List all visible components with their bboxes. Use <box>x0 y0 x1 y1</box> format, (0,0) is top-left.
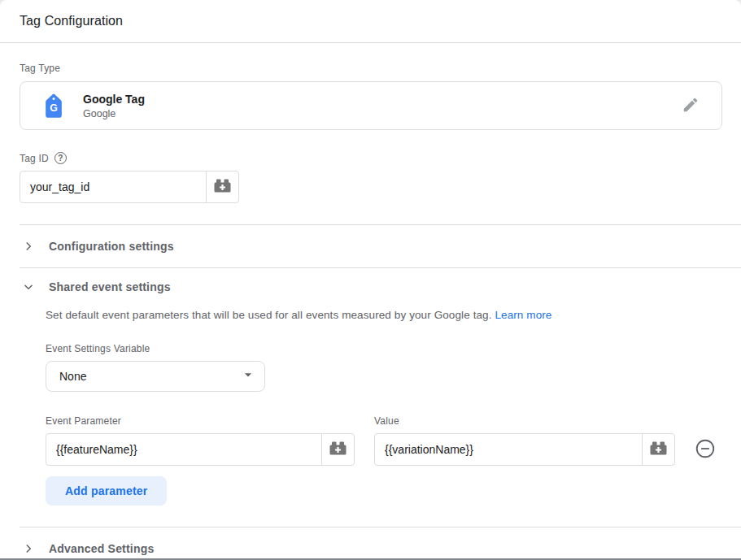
tag-id-label-row: Tag ID ? <box>20 152 721 164</box>
value-input-group <box>374 433 675 466</box>
variable-lego-icon <box>329 441 347 458</box>
chevron-down-icon <box>23 281 34 293</box>
shared-event-settings-content: Set default event parameters that will b… <box>0 309 741 506</box>
tag-icon-letter: G <box>50 102 58 114</box>
dropdown-selected-value: None <box>59 370 240 383</box>
event-settings-variable-label: Event Settings Variable <box>46 343 741 354</box>
chevron-right-icon <box>23 241 34 252</box>
tag-type-card[interactable]: G Google Tag Google <box>20 81 722 130</box>
value-input[interactable] <box>375 434 642 465</box>
tag-type-name: Google Tag <box>83 93 145 106</box>
tag-type-label: Tag Type <box>20 63 721 74</box>
parameter-variable-picker-button[interactable] <box>321 434 354 465</box>
expander-configuration-settings[interactable]: Configuration settings <box>0 225 741 267</box>
minus-circle-icon <box>695 438 716 462</box>
panel-header: Tag Configuration <box>0 0 741 43</box>
event-settings-variable-dropdown[interactable]: None <box>46 361 265 392</box>
parameter-row <box>46 433 741 466</box>
tag-id-label: Tag ID <box>20 153 49 164</box>
event-parameter-input[interactable] <box>46 434 321 465</box>
learn-more-link[interactable]: Learn more <box>495 309 551 321</box>
tag-id-variable-picker-button[interactable] <box>206 171 238 202</box>
expander-label: Configuration settings <box>49 240 174 253</box>
parameter-column-labels: Event Parameter Value <box>46 415 741 427</box>
tag-type-vendor: Google <box>83 108 145 119</box>
expander-shared-event-settings[interactable]: Shared event settings <box>0 268 741 306</box>
value-label: Value <box>374 415 399 427</box>
value-variable-picker-button[interactable] <box>642 434 674 465</box>
tag-id-input-group <box>20 171 239 203</box>
variable-lego-icon <box>650 441 667 458</box>
expander-label: Shared event settings <box>49 280 171 293</box>
tag-id-input[interactable] <box>20 171 206 202</box>
shared-settings-description: Set default event parameters that will b… <box>46 309 741 321</box>
edit-tag-type-button[interactable] <box>676 91 705 120</box>
event-parameter-input-group <box>46 433 355 466</box>
variable-lego-icon <box>214 179 231 195</box>
remove-parameter-button[interactable] <box>695 439 716 460</box>
chevron-right-icon <box>23 543 34 554</box>
tag-configuration-panel: Tag Configuration Tag Type G Google Tag … <box>0 0 741 560</box>
google-tag-icon: G <box>40 92 68 119</box>
event-parameter-label: Event Parameter <box>46 415 374 427</box>
help-icon[interactable]: ? <box>54 152 67 164</box>
add-parameter-button[interactable]: Add parameter <box>46 476 167 506</box>
dropdown-arrow-icon <box>240 367 256 386</box>
page-title: Tag Configuration <box>20 14 123 28</box>
tag-type-text: Google Tag Google <box>83 93 145 119</box>
pencil-icon <box>682 96 700 116</box>
expander-label: Advanced Settings <box>49 542 154 555</box>
expander-advanced-settings[interactable]: Advanced Settings <box>0 527 741 560</box>
